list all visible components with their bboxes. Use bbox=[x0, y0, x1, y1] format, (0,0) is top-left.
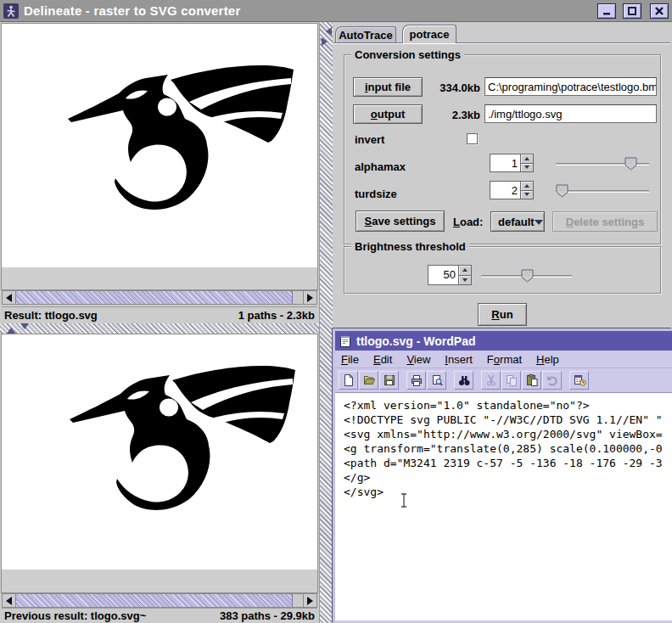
turdsize-spinner[interactable]: 2 bbox=[490, 181, 534, 199]
new-document-icon bbox=[342, 373, 356, 387]
brightness-spinner[interactable]: 50 bbox=[428, 265, 472, 285]
tab-underline bbox=[333, 42, 670, 43]
spinner-up-button[interactable] bbox=[458, 265, 472, 276]
minimize-button[interactable] bbox=[597, 3, 616, 19]
horizontal-split-divider[interactable] bbox=[0, 323, 319, 334]
slider-thumb[interactable] bbox=[556, 184, 568, 201]
slider-track[interactable] bbox=[556, 190, 649, 193]
menu-format[interactable]: Format bbox=[487, 353, 522, 366]
menu-edit[interactable]: Edit bbox=[373, 353, 392, 366]
scroll-right-icon bbox=[307, 597, 317, 605]
scroll-left-button[interactable] bbox=[3, 594, 16, 607]
input-path-field[interactable]: C:\programing\potrace\testlogo.bm bbox=[484, 77, 657, 96]
wordpad-window: ttlogo.svg - WordPad File Edit View Inse… bbox=[333, 328, 672, 623]
menu-help[interactable]: Help bbox=[536, 353, 559, 366]
undo-button[interactable] bbox=[542, 371, 562, 390]
turdsize-slider[interactable] bbox=[556, 184, 649, 198]
scroll-thumb[interactable] bbox=[16, 291, 293, 304]
spinner-up-icon bbox=[524, 182, 529, 188]
preview-canvas-current bbox=[2, 24, 317, 267]
menu-file[interactable]: File bbox=[341, 353, 359, 366]
slider-thumb[interactable] bbox=[624, 157, 637, 174]
maximize-icon bbox=[627, 6, 637, 16]
brightness-threshold-group: Brightness threshold 50 bbox=[344, 246, 661, 294]
alphamax-slider[interactable] bbox=[556, 157, 649, 171]
input-file-button[interactable]: input file bbox=[353, 77, 423, 97]
tab-potrace[interactable]: potrace bbox=[402, 25, 456, 43]
copy-button[interactable] bbox=[501, 371, 521, 390]
wordpad-toolbar: 12 bbox=[335, 368, 672, 393]
spinner-down-button[interactable] bbox=[458, 276, 472, 286]
print-preview-button[interactable] bbox=[427, 371, 446, 390]
cut-button[interactable] bbox=[481, 371, 501, 390]
scroll-right-button[interactable] bbox=[303, 291, 316, 304]
slider-thumb[interactable] bbox=[521, 269, 534, 286]
scroll-thumb[interactable] bbox=[16, 594, 293, 607]
brightness-threshold-legend: Brightness threshold bbox=[351, 240, 469, 253]
scroll-right-button[interactable] bbox=[303, 594, 316, 607]
collapse-right-icon[interactable] bbox=[322, 37, 332, 46]
document-line: <path d="M3241 2319 c-57 -5 -136 -18 -17… bbox=[344, 456, 672, 470]
close-button[interactable] bbox=[650, 3, 669, 19]
input-size-label: 334.0kb bbox=[426, 81, 480, 94]
tab-autotrace-label: AutoTrace bbox=[339, 29, 393, 42]
screen: Delineate - raster to SVG converter Resu… bbox=[0, 0, 672, 623]
delete-settings-button[interactable]: Delete settings bbox=[552, 211, 658, 232]
wordpad-document[interactable]: <?xml version="1.0" standalone="no"?> <!… bbox=[335, 393, 672, 620]
output-path-field[interactable]: ./img/ttlogo.svg bbox=[484, 104, 657, 123]
hscrollbar-previous[interactable] bbox=[2, 593, 317, 608]
spinner-up-icon bbox=[462, 266, 468, 272]
status-bar-previous: Previous result: tlogo.svg~ 383 paths - … bbox=[2, 608, 317, 623]
alphamax-value[interactable]: 1 bbox=[490, 154, 520, 172]
brightness-slider[interactable] bbox=[481, 269, 572, 283]
scroll-track[interactable] bbox=[293, 291, 303, 304]
scroll-track[interactable] bbox=[293, 594, 303, 607]
maximize-button[interactable] bbox=[623, 3, 641, 19]
save-settings-button[interactable]: Save settings bbox=[356, 210, 445, 232]
date-time-button[interactable]: 12 bbox=[569, 371, 589, 390]
brightness-value[interactable]: 50 bbox=[428, 265, 458, 285]
wordpad-titlebar[interactable]: ttlogo.svg - WordPad bbox=[335, 331, 672, 351]
turdsize-value[interactable]: 2 bbox=[490, 181, 520, 199]
menu-insert[interactable]: Insert bbox=[445, 353, 473, 366]
scroll-left-icon bbox=[2, 597, 12, 605]
open-button[interactable] bbox=[359, 371, 378, 390]
run-button[interactable]: Run bbox=[478, 303, 527, 326]
spinner-down-button[interactable] bbox=[520, 164, 534, 173]
spinner-up-button[interactable] bbox=[520, 154, 534, 164]
alphamax-label: alphamax bbox=[355, 160, 406, 173]
app-icon bbox=[3, 3, 19, 19]
close-icon bbox=[654, 6, 664, 16]
spinner-up-button[interactable] bbox=[520, 181, 534, 191]
print-button[interactable] bbox=[406, 371, 426, 390]
load-settings-dropdown[interactable]: default bbox=[490, 211, 545, 232]
copy-icon bbox=[505, 373, 518, 387]
alphamax-spinner[interactable]: 1 bbox=[490, 154, 534, 172]
previous-result-filename: Previous result: tlogo.svg~ bbox=[4, 609, 146, 622]
tab-autotrace[interactable]: AutoTrace bbox=[335, 26, 396, 43]
spinner-down-button[interactable] bbox=[520, 191, 534, 200]
document-line: </svg> bbox=[344, 485, 672, 499]
collapse-down-icon[interactable] bbox=[20, 323, 29, 334]
tab-potrace-label: potrace bbox=[410, 28, 450, 41]
new-document-button[interactable] bbox=[339, 371, 358, 390]
delineate-titlebar[interactable]: Delineate - raster to SVG converter bbox=[0, 0, 672, 22]
paste-button[interactable] bbox=[522, 371, 541, 390]
menu-view[interactable]: View bbox=[406, 353, 430, 366]
scroll-left-button[interactable] bbox=[3, 291, 16, 304]
save-button[interactable] bbox=[379, 371, 399, 390]
load-label: Load: bbox=[453, 216, 483, 228]
collapse-left-icon[interactable] bbox=[322, 27, 332, 36]
preview-canvas-previous bbox=[2, 334, 317, 570]
wordpad-icon bbox=[339, 334, 352, 348]
vertical-split-divider[interactable] bbox=[319, 22, 333, 623]
output-button[interactable]: output bbox=[353, 104, 423, 124]
document-line: <g transform="translate(0,285) scale(0.1… bbox=[344, 441, 672, 456]
invert-checkbox[interactable] bbox=[467, 133, 478, 144]
bird-logo-image-current bbox=[2, 24, 317, 267]
open-icon bbox=[362, 373, 376, 387]
conversion-settings-group: Conversion settings input file 334.0kb C… bbox=[344, 54, 661, 244]
hscrollbar-current[interactable] bbox=[2, 290, 317, 305]
collapse-up-icon[interactable] bbox=[7, 323, 15, 334]
find-button[interactable] bbox=[454, 371, 473, 390]
